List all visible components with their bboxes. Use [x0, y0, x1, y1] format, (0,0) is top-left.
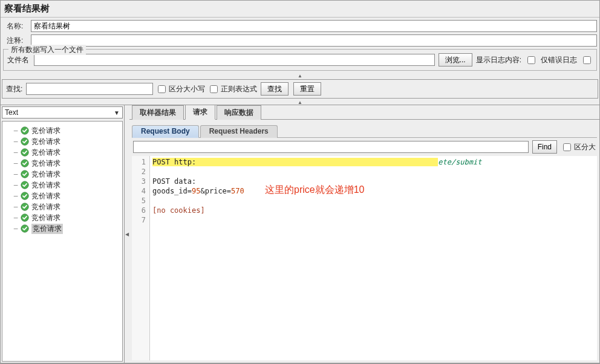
name-row: 名称:	[1, 19, 599, 33]
tree-branch-icon: –	[13, 170, 18, 178]
case-sensitive-checkbox[interactable]	[158, 85, 166, 93]
tree-branch-icon: –	[13, 224, 18, 233]
search-find-button[interactable]: 查找	[261, 82, 289, 96]
tree-item[interactable]: –竞价请求	[4, 180, 121, 190]
success-icon	[21, 126, 29, 135]
comment-input[interactable]	[31, 34, 597, 47]
tree-item[interactable]: –竞价请求	[4, 223, 121, 234]
tree-item[interactable]: –竞价请求	[4, 136, 121, 147]
comment-row: 注释:	[1, 33, 599, 48]
display-type-value: Text	[5, 108, 18, 117]
tree-item-label: 竞价请求	[31, 137, 60, 147]
tree-item[interactable]: –竞价请求	[4, 147, 121, 158]
success-icon	[21, 224, 29, 233]
truncated-checkbox[interactable]	[583, 56, 591, 64]
search-label: 查找:	[5, 84, 24, 94]
success-icon	[21, 181, 29, 189]
tab-request[interactable]: 请求	[185, 105, 215, 120]
tree-branch-icon: –	[13, 159, 18, 167]
file-group: 所有数据写入一个文件 文件名 浏览... 显示日志内容: 仅错误日志	[3, 49, 597, 71]
tree-branch-icon: –	[13, 126, 18, 135]
name-label: 名称:	[3, 21, 28, 31]
search-reset-button[interactable]: 重置	[293, 82, 321, 96]
main-split: Text ▼ –竞价请求–竞价请求–竞价请求–竞价请求–竞价请求–竞价请求–竞价…	[1, 105, 599, 363]
tree-item[interactable]: –竞价请求	[4, 212, 121, 223]
left-pane: Text ▼ –竞价请求–竞价请求–竞价请求–竞价请求–竞价请求–竞价请求–竞价…	[1, 105, 125, 363]
request-subtabs: Request Body Request Headers	[132, 125, 597, 138]
inner-find-input[interactable]	[133, 141, 529, 153]
filename-label: 文件名	[7, 55, 31, 65]
chevron-down-icon: ▼	[114, 109, 120, 116]
tree-item[interactable]: –竞价请求	[4, 169, 121, 180]
tree-item-label: 竞价请求	[31, 213, 60, 223]
view-results-tree-panel: 察看结果树 名称: 注释: 所有数据写入一个文件 文件名 浏览... 显示日志内…	[0, 0, 600, 364]
tree-item[interactable]: –竞价请求	[4, 158, 121, 169]
detail-tabs: 取样器结果 请求 响应数据	[129, 105, 599, 120]
tree-item-label: 竞价请求	[31, 202, 60, 212]
tree-item-label: 竞价请求	[31, 169, 60, 180]
panel-title: 察看结果树	[1, 1, 599, 16]
success-icon	[21, 170, 29, 178]
case-sensitive-label: 区分大小写	[169, 84, 205, 94]
only-error-label: 仅错误日志	[541, 55, 577, 65]
tab-response-data[interactable]: 响应数据	[217, 105, 261, 120]
hsplit-handle-top[interactable]: ▲	[1, 73, 599, 78]
tree-branch-icon: –	[13, 137, 18, 146]
code-l4-v1: 95	[192, 187, 200, 195]
tree-item[interactable]: –竞价请求	[4, 190, 121, 201]
subtab-request-headers[interactable]: Request Headers	[200, 125, 278, 138]
divider	[1, 17, 599, 18]
code-l1-suffix: ete/submit	[438, 158, 481, 166]
tab-sampler-result[interactable]: 取样器结果	[132, 105, 184, 120]
up-triangle-icon: ▲	[298, 73, 302, 79]
name-input[interactable]	[31, 20, 597, 32]
tree-item-label: 竞价请求	[31, 224, 63, 234]
browse-button[interactable]: 浏览...	[439, 53, 472, 67]
subtab-request-body[interactable]: Request Body	[132, 125, 199, 138]
comment-label: 注释:	[3, 36, 28, 46]
code-l6: [no cookies]	[152, 206, 205, 215]
success-icon	[21, 159, 29, 167]
only-error-checkbox[interactable]	[527, 56, 535, 64]
result-tree[interactable]: –竞价请求–竞价请求–竞价请求–竞价请求–竞价请求–竞价请求–竞价请求–竞价请求…	[2, 121, 123, 362]
code-area[interactable]: POST http:ete/submit POST data: goods_id…	[150, 156, 597, 360]
file-group-title: 所有数据写入一个文件	[8, 45, 86, 55]
right-pane: 取样器结果 请求 响应数据 Request Body Request Heade…	[129, 105, 599, 363]
inner-find-row: Find 区分大	[132, 138, 597, 156]
tree-item-label: 竞价请求	[31, 158, 60, 169]
success-icon	[21, 137, 29, 146]
code-l1-prefix: POST http:	[152, 158, 196, 166]
code-l4-v2: 570	[231, 187, 244, 195]
success-icon	[21, 192, 29, 200]
request-panel: Request Body Request Headers Find 区分大 1 …	[129, 120, 599, 363]
success-icon	[21, 203, 29, 211]
tree-item-label: 竞价请求	[31, 180, 60, 190]
tree-branch-icon: –	[13, 203, 18, 211]
display-type-select[interactable]: Text ▼	[2, 106, 123, 119]
hsplit-handle-mid[interactable]: ▲	[1, 100, 599, 105]
log-display-label: 显示日志内容:	[476, 55, 521, 65]
tree-item-label: 竞价请求	[31, 191, 60, 201]
tree-branch-icon: –	[13, 192, 18, 200]
tree-item[interactable]: –竞价请求	[4, 201, 121, 212]
tree-item[interactable]: –竞价请求	[4, 125, 121, 136]
search-bar: 查找: 区分大小写 正则表达式 查找 重置	[2, 79, 598, 99]
filename-input[interactable]	[34, 54, 435, 66]
regex-checkbox[interactable]	[210, 85, 218, 93]
success-icon	[21, 213, 29, 222]
tree-branch-icon: –	[13, 148, 18, 157]
code-l4-amp: &price=	[200, 187, 231, 195]
inner-case-label: 区分大	[574, 142, 596, 152]
left-triangle-icon: ◀	[125, 232, 129, 237]
inner-find-button[interactable]: Find	[532, 140, 557, 154]
annotation-overlay: 这里的price就会递增10	[265, 185, 364, 195]
success-icon	[21, 148, 29, 157]
code-l4-k1: goods_id=	[152, 187, 192, 195]
tree-item-label: 竞价请求	[31, 126, 60, 136]
tree-branch-icon: –	[13, 213, 18, 222]
search-input[interactable]	[26, 83, 153, 95]
inner-case-checkbox[interactable]	[563, 143, 571, 151]
code-l3: POST data:	[152, 177, 196, 186]
vsplit-handle[interactable]: ◀	[125, 105, 129, 363]
line-gutter: 1 2 3 4 5 6 7	[132, 156, 150, 360]
